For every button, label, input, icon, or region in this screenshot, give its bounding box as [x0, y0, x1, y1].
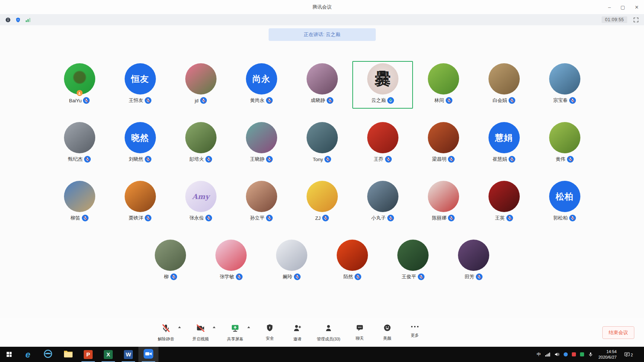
participant-tile[interactable]: 彭培火	[170, 120, 231, 167]
participant-name: 王恒友	[129, 97, 143, 104]
participant-tile[interactable]: 恒友 王恒友	[110, 61, 170, 109]
maximize-button[interactable]: ▢	[621, 5, 625, 10]
end-meeting-button[interactable]: 结束会议	[602, 326, 634, 339]
mic-muted-badge	[509, 97, 515, 104]
participants-row: BaiYu 恒友 王恒友 jd 尚永 黄尚永 成晓静	[0, 61, 644, 109]
participant-name: 梁昌明	[432, 156, 446, 163]
participant-tile[interactable]: 晓然 刘晓然	[110, 120, 170, 167]
mic-muted-badge	[448, 156, 455, 163]
participant-tile[interactable]: 柳笛	[49, 179, 110, 226]
participants-grid: BaiYu 恒友 王恒友 jd 尚永 黄尚永 成晓静	[0, 61, 644, 285]
start-video-caret-icon[interactable]	[212, 326, 216, 329]
participant-tile[interactable]: 甄纪杰	[49, 120, 110, 167]
participant-tile[interactable]: 宗宝春	[534, 61, 595, 109]
participant-tile[interactable]: 田芳	[443, 237, 504, 285]
taskbar-app-edge[interactable]: e	[18, 347, 38, 362]
network-icon[interactable]	[545, 352, 550, 357]
participant-tile[interactable]: 张学敏	[201, 237, 262, 285]
participant-tile[interactable]: ZJ	[292, 179, 352, 226]
volume-icon[interactable]	[554, 352, 560, 357]
beauty-button[interactable]: 美颜	[379, 324, 395, 341]
participant-tile[interactable]: 王乔	[352, 120, 413, 167]
participant-tile[interactable]: 成晓静	[292, 61, 352, 109]
participant-name: 柳笛	[71, 215, 80, 221]
lang-indicator[interactable]: 中	[537, 352, 541, 357]
participant-name: 田芳	[465, 273, 474, 280]
action-center-button[interactable]: 2	[622, 352, 635, 357]
participant-tile[interactable]: 孙立平	[231, 179, 292, 226]
participant-name: 成晓静	[311, 97, 325, 104]
mic-muted-badge	[205, 215, 212, 221]
meeting-security-shield-icon[interactable]	[15, 17, 21, 23]
participant-tile[interactable]: BaiYu	[49, 61, 110, 109]
taskbar-app-powerpoint[interactable]: P	[78, 347, 98, 362]
participant-tile[interactable]: 阚玲	[262, 237, 322, 285]
window-titlebar: 腾讯会议 – ▢ ✕	[0, 0, 644, 14]
start-video-button[interactable]: 开启视频	[192, 324, 209, 342]
participant-tile[interactable]: jd	[170, 61, 231, 109]
tray-blue-app-icon[interactable]	[564, 352, 568, 356]
participant-tile[interactable]: 栗铁洋	[110, 179, 170, 226]
invite-group: 邀请	[289, 324, 305, 342]
security-button[interactable]: 安全	[262, 324, 278, 341]
participant-tile[interactable]: 林间	[413, 61, 474, 109]
start-button[interactable]	[0, 347, 18, 362]
participant-tile[interactable]: 白会娟	[474, 61, 534, 109]
start-video-group: 开启视频	[192, 324, 216, 342]
more-button[interactable]: 更多	[407, 324, 423, 338]
unmute-button[interactable]: 解除静音	[158, 324, 174, 342]
participant-tile[interactable]: Tony	[292, 120, 352, 167]
taskbar-app-word[interactable]: W	[118, 347, 138, 362]
participant-tile[interactable]: 小丸子	[352, 179, 413, 226]
participant-tile[interactable]: 黄伟	[534, 120, 595, 167]
participant-tile[interactable]: 尚永 黄尚永	[231, 61, 292, 109]
minimize-button[interactable]: –	[608, 5, 611, 10]
participant-name: 王乔	[374, 156, 384, 163]
participant-tile[interactable]: Amy 张永俭	[170, 179, 231, 226]
share-screen-caret-icon[interactable]	[247, 326, 250, 329]
taskbar-app-file-explorer[interactable]	[58, 347, 78, 362]
participant-name: jd	[195, 98, 198, 103]
tray-green-app-icon[interactable]	[580, 352, 584, 356]
participant-tile-active-speaker[interactable]: 爨 云之巅	[352, 61, 413, 109]
members-icon	[324, 324, 333, 334]
participant-tile[interactable]: 梁昌明	[413, 120, 474, 167]
close-button[interactable]: ✕	[635, 5, 639, 10]
participant-tile[interactable]: 松柏 郭松柏	[534, 179, 595, 226]
taskbar-app-excel[interactable]: X	[98, 347, 118, 362]
participant-name: 陈丽娜	[432, 215, 446, 221]
participant-tile[interactable]: 王俊平	[383, 237, 443, 285]
share-screen-button[interactable]: 共享屏幕	[227, 324, 243, 342]
participant-name: 陌然	[343, 273, 353, 280]
participants-row: 柳笛 栗铁洋 Amy 张永俭 孙立平 ZJ	[0, 179, 644, 226]
taskbar-app-internet-explorer[interactable]	[38, 347, 58, 362]
mic-muted-badge	[200, 97, 207, 104]
meeting-info-icon[interactable]	[5, 17, 11, 23]
network-signal-icon[interactable]	[25, 17, 31, 22]
participant-tile[interactable]: 陈丽娜	[413, 179, 474, 226]
participant-tile[interactable]: 柳	[140, 237, 201, 285]
participant-avatar	[64, 122, 95, 153]
taskbar-clock[interactable]: 14:54 2020/6/27	[597, 349, 618, 360]
unmute-caret-icon[interactable]	[178, 326, 181, 329]
mic-icon[interactable]	[588, 352, 593, 357]
fullscreen-icon[interactable]	[633, 17, 639, 23]
members-button[interactable]: 管理成员(33)	[317, 324, 340, 342]
participant-name: 张永俭	[189, 215, 204, 221]
participant-tile[interactable]: 慧娟 崔慧娟	[474, 120, 534, 167]
tray-red-app-icon[interactable]	[572, 352, 576, 356]
mic-muted-badge	[205, 156, 212, 163]
participant-tile[interactable]: 陌然	[322, 237, 383, 285]
chat-button[interactable]: 聊天	[352, 324, 368, 341]
participant-tile[interactable]: 王晓静	[231, 120, 292, 167]
mic-muted-badge	[448, 215, 455, 221]
mic-muted-badge	[82, 215, 89, 221]
meeting-toolbar: 解除静音 开启视频 共享屏幕 安全 邀请 管理成员(33)	[0, 318, 644, 347]
participant-tile[interactable]: 王英	[474, 179, 534, 226]
participant-avatar	[367, 122, 398, 153]
mic-muted-badge	[476, 273, 483, 280]
participant-avatar	[215, 240, 247, 271]
taskbar-app-tencent-meeting[interactable]	[138, 347, 158, 362]
invite-button[interactable]: 邀请	[289, 324, 305, 342]
word-icon: W	[124, 350, 133, 359]
